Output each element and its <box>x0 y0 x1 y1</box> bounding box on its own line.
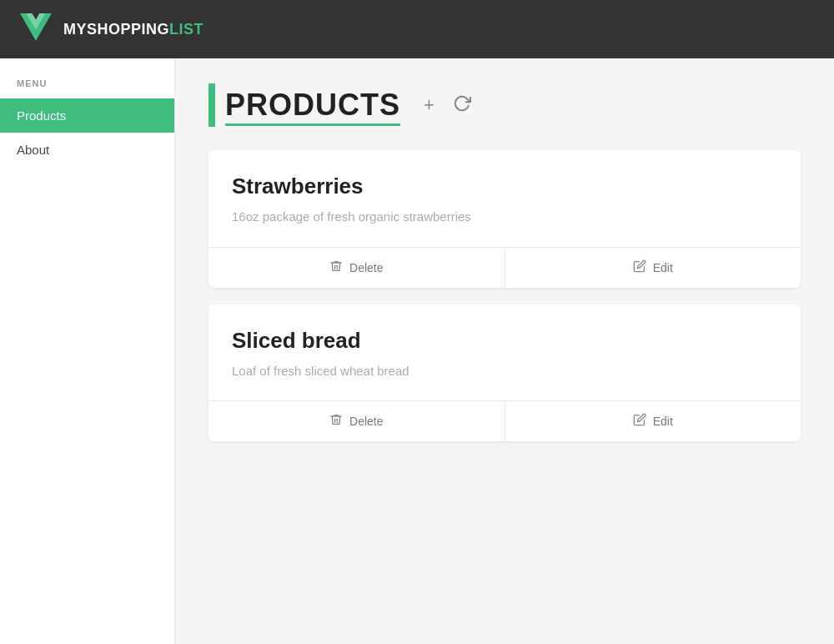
trash-icon <box>329 259 343 276</box>
product-card-actions: Delete Edit <box>208 247 801 288</box>
header-actions: + <box>420 91 475 120</box>
edit-product-button[interactable]: Edit <box>505 248 801 288</box>
title-accent <box>208 83 215 127</box>
delete-product-button[interactable]: Delete <box>208 401 505 441</box>
product-card-actions: Delete Edit <box>208 400 801 441</box>
page-title-bar: PRODUCTS <box>208 83 400 127</box>
product-description: 16oz package of fresh organic strawberri… <box>232 208 777 227</box>
product-card-body: Sliced bread Loaf of fresh sliced wheat … <box>208 304 801 401</box>
sidebar-item-about[interactable]: About <box>0 133 174 167</box>
product-name: Sliced bread <box>232 328 777 354</box>
main-content: PRODUCTS + <box>175 58 834 644</box>
product-card: Sliced bread Loaf of fresh sliced wheat … <box>208 304 801 442</box>
refresh-button[interactable] <box>450 91 475 120</box>
delete-label: Delete <box>349 261 383 274</box>
product-description: Loaf of fresh sliced wheat bread <box>232 362 777 381</box>
edit-label: Edit <box>653 261 673 274</box>
app-header: MYSHOPPINGLIST <box>0 0 834 58</box>
product-name: Strawberries <box>232 174 777 199</box>
trash-icon <box>329 413 343 430</box>
page-header: PRODUCTS + <box>208 83 801 127</box>
add-product-button[interactable]: + <box>420 91 438 119</box>
sidebar: MENU Products About <box>0 58 175 644</box>
edit-label: Edit <box>653 415 673 428</box>
page-title: PRODUCTS <box>225 88 400 123</box>
edit-icon <box>633 259 646 276</box>
edit-product-button[interactable]: Edit <box>505 401 801 441</box>
app-title: MYSHOPPINGLIST <box>63 21 203 38</box>
delete-label: Delete <box>349 415 383 428</box>
product-card-body: Strawberries 16oz package of fresh organ… <box>208 150 801 247</box>
vue-logo <box>20 13 52 45</box>
product-card: Strawberries 16oz package of fresh organ… <box>208 150 801 288</box>
edit-icon <box>633 413 646 430</box>
delete-product-button[interactable]: Delete <box>208 248 505 288</box>
product-list: Strawberries 16oz package of fresh organ… <box>208 150 801 441</box>
menu-label: MENU <box>0 78 174 98</box>
sidebar-item-products[interactable]: Products <box>0 98 174 133</box>
